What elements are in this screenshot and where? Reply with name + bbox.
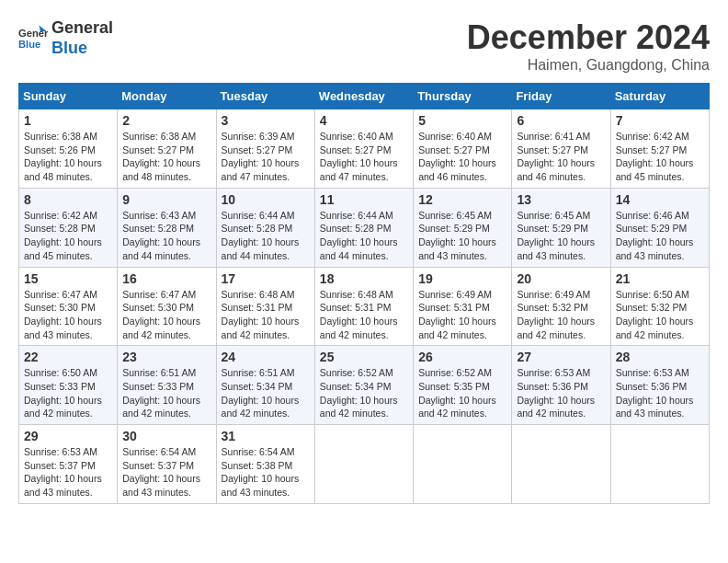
cell-info: Sunrise: 6:38 AMSunset: 5:26 PMDaylight:… (24, 130, 112, 184)
calendar-cell: 29Sunrise: 6:53 AMSunset: 5:37 PMDayligh… (19, 425, 118, 504)
logo-line1: General (51, 18, 113, 39)
title-area: December 2024 Haimen, Guangdong, China (467, 18, 710, 74)
calendar-cell: 10Sunrise: 6:44 AMSunset: 5:28 PMDayligh… (216, 188, 314, 267)
cell-info: Sunrise: 6:53 AMSunset: 5:37 PMDaylight:… (24, 445, 112, 500)
day-number: 15 (24, 271, 112, 286)
cell-info: Sunrise: 6:39 AMSunset: 5:27 PMDaylight:… (222, 130, 310, 184)
day-number: 11 (320, 192, 408, 207)
calendar-cell: 27Sunrise: 6:53 AMSunset: 5:36 PMDayligh… (512, 346, 610, 425)
cell-info: Sunrise: 6:45 AMSunset: 5:29 PMDaylight:… (517, 209, 605, 263)
day-number: 7 (616, 113, 704, 128)
calendar-cell: 31Sunrise: 6:54 AMSunset: 5:38 PMDayligh… (216, 425, 314, 504)
cell-info: Sunrise: 6:42 AMSunset: 5:28 PMDaylight:… (24, 209, 112, 263)
header: General Blue General Blue December 2024 … (18, 18, 710, 74)
calendar-cell: 24Sunrise: 6:51 AMSunset: 5:34 PMDayligh… (216, 346, 314, 425)
cell-info: Sunrise: 6:43 AMSunset: 5:28 PMDaylight:… (122, 209, 210, 263)
cell-info: Sunrise: 6:40 AMSunset: 5:27 PMDaylight:… (418, 130, 506, 184)
logo: General Blue General Blue (18, 18, 113, 58)
cell-info: Sunrise: 6:53 AMSunset: 5:36 PMDaylight:… (616, 366, 704, 420)
day-number: 8 (24, 192, 112, 207)
day-number: 9 (122, 192, 210, 207)
cell-info: Sunrise: 6:53 AMSunset: 5:36 PMDaylight:… (517, 366, 605, 420)
calendar-cell: 30Sunrise: 6:54 AMSunset: 5:37 PMDayligh… (118, 425, 216, 504)
day-number: 28 (616, 350, 704, 364)
calendar-cell: 20Sunrise: 6:49 AMSunset: 5:32 PMDayligh… (512, 267, 610, 346)
calendar-cell (414, 425, 512, 504)
calendar-cell: 6Sunrise: 6:41 AMSunset: 5:27 PMDaylight… (512, 109, 610, 189)
cell-info: Sunrise: 6:51 AMSunset: 5:34 PMDaylight:… (222, 366, 310, 420)
day-number: 22 (24, 350, 112, 364)
calendar-cell: 7Sunrise: 6:42 AMSunset: 5:27 PMDaylight… (610, 109, 709, 189)
calendar-cell: 12Sunrise: 6:45 AMSunset: 5:29 PMDayligh… (414, 188, 512, 267)
day-header: Monday (118, 84, 216, 109)
cell-info: Sunrise: 6:46 AMSunset: 5:29 PMDaylight:… (616, 209, 704, 263)
cell-info: Sunrise: 6:49 AMSunset: 5:31 PMDaylight:… (418, 288, 506, 342)
calendar-cell: 2Sunrise: 6:38 AMSunset: 5:27 PMDaylight… (118, 109, 216, 189)
day-number: 19 (418, 271, 506, 286)
calendar-cell: 9Sunrise: 6:43 AMSunset: 5:28 PMDaylight… (118, 188, 216, 267)
day-header: Wednesday (314, 84, 413, 109)
calendar-cell: 17Sunrise: 6:48 AMSunset: 5:31 PMDayligh… (216, 267, 314, 346)
cell-info: Sunrise: 6:47 AMSunset: 5:30 PMDaylight:… (24, 288, 112, 342)
calendar-cell: 14Sunrise: 6:46 AMSunset: 5:29 PMDayligh… (610, 188, 709, 267)
calendar-cell: 23Sunrise: 6:51 AMSunset: 5:33 PMDayligh… (118, 346, 216, 425)
day-header: Sunday (19, 84, 118, 109)
calendar-cell: 22Sunrise: 6:50 AMSunset: 5:33 PMDayligh… (19, 346, 118, 425)
cell-info: Sunrise: 6:40 AMSunset: 5:27 PMDaylight:… (320, 130, 408, 184)
calendar-cell: 13Sunrise: 6:45 AMSunset: 5:29 PMDayligh… (512, 188, 610, 267)
logo-icon: General Blue (18, 24, 48, 53)
cell-info: Sunrise: 6:50 AMSunset: 5:33 PMDaylight:… (24, 366, 112, 420)
day-number: 13 (517, 192, 605, 207)
month-title: December 2024 (467, 18, 710, 57)
cell-info: Sunrise: 6:47 AMSunset: 5:30 PMDaylight:… (122, 288, 210, 342)
calendar-cell: 16Sunrise: 6:47 AMSunset: 5:30 PMDayligh… (118, 267, 216, 346)
calendar-cell: 5Sunrise: 6:40 AMSunset: 5:27 PMDaylight… (414, 109, 512, 189)
cell-info: Sunrise: 6:54 AMSunset: 5:38 PMDaylight:… (222, 445, 310, 500)
calendar-cell (314, 425, 413, 504)
day-number: 6 (517, 113, 605, 128)
cell-info: Sunrise: 6:48 AMSunset: 5:31 PMDaylight:… (320, 288, 408, 342)
calendar-cell: 3Sunrise: 6:39 AMSunset: 5:27 PMDaylight… (216, 109, 314, 189)
day-number: 29 (24, 429, 112, 443)
day-header: Tuesday (216, 84, 314, 109)
day-number: 16 (122, 271, 210, 286)
calendar-cell: 28Sunrise: 6:53 AMSunset: 5:36 PMDayligh… (610, 346, 709, 425)
day-number: 4 (320, 113, 408, 128)
day-number: 20 (517, 271, 605, 286)
cell-info: Sunrise: 6:50 AMSunset: 5:32 PMDaylight:… (616, 288, 704, 342)
day-number: 3 (222, 113, 310, 128)
cell-info: Sunrise: 6:45 AMSunset: 5:29 PMDaylight:… (418, 209, 506, 263)
day-number: 1 (24, 113, 112, 128)
day-header: Friday (512, 84, 610, 109)
day-number: 2 (122, 113, 210, 128)
day-number: 21 (616, 271, 704, 286)
day-number: 27 (517, 350, 605, 364)
cell-info: Sunrise: 6:49 AMSunset: 5:32 PMDaylight:… (517, 288, 605, 342)
day-number: 14 (616, 192, 704, 207)
day-header: Thursday (414, 84, 512, 109)
day-number: 17 (222, 271, 310, 286)
day-number: 5 (418, 113, 506, 128)
calendar-cell: 15Sunrise: 6:47 AMSunset: 5:30 PMDayligh… (19, 267, 118, 346)
calendar: SundayMondayTuesdayWednesdayThursdayFrid… (18, 83, 710, 504)
cell-info: Sunrise: 6:44 AMSunset: 5:28 PMDaylight:… (320, 209, 408, 263)
day-number: 12 (418, 192, 506, 207)
day-number: 10 (222, 192, 310, 207)
calendar-cell: 26Sunrise: 6:52 AMSunset: 5:35 PMDayligh… (414, 346, 512, 425)
calendar-cell: 1Sunrise: 6:38 AMSunset: 5:26 PMDaylight… (19, 109, 118, 189)
cell-info: Sunrise: 6:51 AMSunset: 5:33 PMDaylight:… (122, 366, 210, 420)
location: Haimen, Guangdong, China (467, 57, 710, 74)
day-header: Saturday (610, 84, 709, 109)
cell-info: Sunrise: 6:44 AMSunset: 5:28 PMDaylight:… (222, 209, 310, 263)
cell-info: Sunrise: 6:42 AMSunset: 5:27 PMDaylight:… (616, 130, 704, 184)
cell-info: Sunrise: 6:54 AMSunset: 5:37 PMDaylight:… (122, 445, 210, 500)
cell-info: Sunrise: 6:38 AMSunset: 5:27 PMDaylight:… (122, 130, 210, 184)
calendar-cell: 21Sunrise: 6:50 AMSunset: 5:32 PMDayligh… (610, 267, 709, 346)
calendar-cell: 11Sunrise: 6:44 AMSunset: 5:28 PMDayligh… (314, 188, 413, 267)
calendar-cell: 19Sunrise: 6:49 AMSunset: 5:31 PMDayligh… (414, 267, 512, 346)
cell-info: Sunrise: 6:48 AMSunset: 5:31 PMDaylight:… (222, 288, 310, 342)
calendar-cell: 18Sunrise: 6:48 AMSunset: 5:31 PMDayligh… (314, 267, 413, 346)
calendar-cell: 25Sunrise: 6:52 AMSunset: 5:34 PMDayligh… (314, 346, 413, 425)
cell-info: Sunrise: 6:52 AMSunset: 5:35 PMDaylight:… (418, 366, 506, 420)
cell-info: Sunrise: 6:52 AMSunset: 5:34 PMDaylight:… (320, 366, 408, 420)
